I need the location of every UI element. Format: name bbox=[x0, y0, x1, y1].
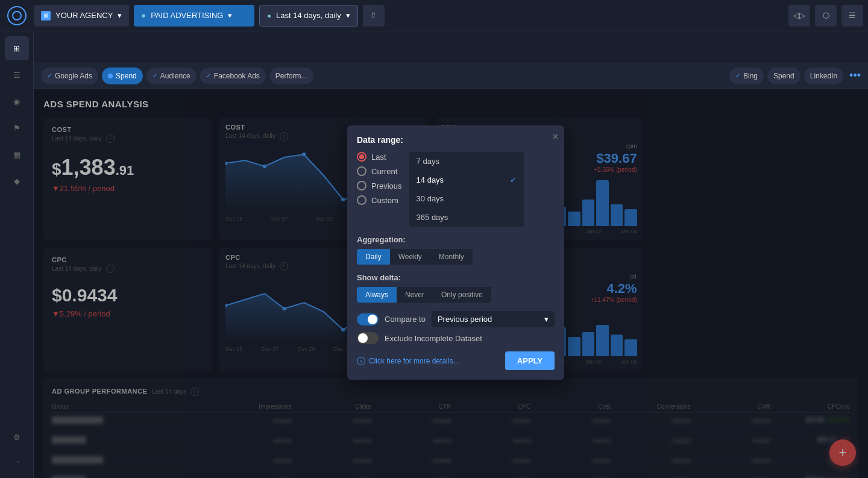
exclude-incomplete-row: Exclude Incomplete Dataset bbox=[357, 332, 555, 344]
agency-selector[interactable]: 🏛 YOUR AGENCY ▾ bbox=[34, 5, 129, 27]
tab-label: Audience bbox=[160, 72, 190, 80]
radio-current[interactable] bbox=[357, 166, 366, 176]
delta-always[interactable]: Always bbox=[357, 287, 397, 303]
range-radio-options: Last Current Previous Custom bbox=[357, 152, 402, 205]
compare-value-select[interactable]: Previous period ▾ bbox=[432, 311, 555, 327]
agg-monthly[interactable]: Monthly bbox=[430, 249, 473, 265]
sidebar-item-flags[interactable]: ⚑ bbox=[5, 116, 29, 140]
sidebar: ⊞ ☰ ◉ ⚑ ▦ ◆ ⚙ → bbox=[0, 31, 34, 478]
range-14days[interactable]: 14 days ✓ bbox=[409, 171, 524, 189]
tab-bar: ✓ Google Ads Spend ✓ Audience ✓ Facebook… bbox=[34, 63, 868, 89]
paid-advertising-selector[interactable]: ● PAID ADVERTISING ▾ bbox=[134, 5, 254, 27]
sidebar-item-widgets[interactable]: ◆ bbox=[5, 169, 29, 193]
topbar: 🏛 YOUR AGENCY ▾ ● PAID ADVERTISING ▾ ● L… bbox=[0, 0, 868, 31]
grid-icon: ▦ bbox=[13, 150, 20, 159]
data-range-panel: × Data range: Last Current bbox=[347, 125, 564, 380]
agency-icon: 🏛 bbox=[41, 11, 51, 20]
show-delta-section: Show delta: Always Never Only positive bbox=[357, 273, 555, 303]
sidebar-item-settings[interactable]: ⚙ bbox=[5, 425, 29, 449]
info-icon: i bbox=[357, 357, 365, 365]
compare-to-row: Compare to Previous period ▾ bbox=[357, 311, 555, 327]
radio-label-custom: Custom bbox=[371, 196, 398, 205]
check-icon: ✓ bbox=[735, 72, 740, 79]
radio-previous[interactable] bbox=[357, 181, 366, 190]
tab-audience[interactable]: ✓ Audience bbox=[146, 68, 197, 84]
date-range-label: Last 14 days, daily bbox=[276, 11, 341, 20]
logo-button[interactable] bbox=[5, 4, 29, 28]
chevron-down-icon: ▾ bbox=[118, 11, 122, 20]
radio-custom[interactable] bbox=[357, 195, 366, 205]
analytics-icon: ◉ bbox=[13, 97, 20, 106]
show-delta-options: Always Never Only positive bbox=[357, 287, 555, 303]
sidebar-bottom: ⚙ → bbox=[5, 425, 29, 473]
compare-toggle[interactable] bbox=[357, 313, 379, 325]
reports-icon: ☰ bbox=[13, 71, 20, 80]
widgets-icon: ◆ bbox=[14, 177, 20, 186]
details-link[interactable]: i Click here for more details... bbox=[357, 357, 459, 365]
range-7days[interactable]: 7 days bbox=[409, 152, 524, 171]
tab-label: Spend bbox=[773, 72, 794, 80]
sidebar-item-dashboard[interactable]: ⊞ bbox=[5, 36, 29, 60]
range-option-last[interactable]: Last bbox=[357, 152, 402, 162]
agg-weekly[interactable]: Weekly bbox=[390, 249, 430, 265]
show-delta-label: Show delta: bbox=[357, 273, 555, 282]
check-icon: ✓ bbox=[206, 72, 211, 79]
tab-facebook-ads[interactable]: ✓ Facebook Ads bbox=[200, 68, 266, 84]
tab-bing[interactable]: ✓ Bing bbox=[729, 68, 764, 84]
action-button-3[interactable]: ☰ bbox=[841, 5, 863, 27]
tab-label: Facebook Ads bbox=[214, 72, 260, 80]
range-option-custom[interactable]: Custom bbox=[357, 195, 402, 205]
tab-spend[interactable]: Spend bbox=[102, 68, 143, 84]
tab-linkedin[interactable]: LinkedIn bbox=[804, 68, 843, 84]
range-selection: Last Current Previous Custom bbox=[357, 152, 555, 227]
panel-bottom: i Click here for more details... APPLY bbox=[357, 351, 555, 370]
date-range-selector[interactable]: ● Last 14 days, daily ▾ bbox=[259, 5, 357, 27]
action-button-2[interactable]: ⬡ bbox=[815, 5, 837, 27]
delta-never[interactable]: Never bbox=[397, 287, 433, 303]
share-button[interactable]: ⇧ bbox=[363, 5, 385, 27]
range-30days[interactable]: 30 days bbox=[409, 189, 524, 208]
topbar-actions: ◁▷ ⬡ ☰ bbox=[788, 5, 863, 27]
tab-perform[interactable]: Perform... bbox=[269, 68, 313, 84]
action-button-1[interactable]: ◁▷ bbox=[788, 5, 810, 27]
sidebar-item-reports[interactable]: ☰ bbox=[5, 63, 29, 87]
tab-label: Bing bbox=[743, 72, 758, 80]
check-icon: ✓ bbox=[153, 72, 157, 79]
panel-title: Data range: bbox=[357, 135, 555, 145]
radio-label-last: Last bbox=[371, 153, 386, 162]
range-option-current[interactable]: Current bbox=[357, 166, 402, 176]
aggregation-options: Daily Weekly Monthly bbox=[357, 249, 555, 265]
main-area: ✓ Google Ads Spend ✓ Audience ✓ Facebook… bbox=[34, 63, 868, 478]
tab-spend-2[interactable]: Spend bbox=[767, 68, 800, 84]
chevron-down-icon: ▾ bbox=[544, 315, 549, 324]
agg-daily[interactable]: Daily bbox=[357, 249, 390, 265]
range-365days[interactable]: 365 days bbox=[409, 208, 524, 227]
logo-icon bbox=[7, 6, 27, 25]
tab-label: Perform... bbox=[275, 72, 307, 80]
sidebar-item-analytics[interactable]: ◉ bbox=[5, 89, 29, 113]
delta-only-positive[interactable]: Only positive bbox=[433, 287, 491, 303]
close-button[interactable]: × bbox=[553, 131, 558, 142]
content-area: ADS SPEND ANALYSIS COST Last 14 days, da… bbox=[34, 89, 868, 478]
tab-more[interactable]: ••• bbox=[849, 69, 861, 82]
settings-icon: ⚙ bbox=[13, 433, 20, 442]
sidebar-item-expand[interactable]: → bbox=[5, 449, 29, 473]
sidebar-item-grid[interactable]: ▦ bbox=[5, 142, 29, 166]
apply-button[interactable]: APPLY bbox=[505, 351, 555, 370]
compare-label: Compare to bbox=[385, 315, 426, 324]
chevron-down-icon: ▾ bbox=[346, 11, 350, 20]
expand-icon: → bbox=[13, 457, 20, 466]
radio-last[interactable] bbox=[357, 152, 366, 162]
agency-label: YOUR AGENCY bbox=[55, 11, 113, 20]
checkmark-icon: ✓ bbox=[510, 175, 517, 184]
tab-google-ads[interactable]: ✓ Google Ads bbox=[41, 68, 98, 84]
tab-label: Google Ads bbox=[55, 72, 92, 80]
radio-label-previous: Previous bbox=[371, 181, 402, 190]
share-icon: ⇧ bbox=[370, 11, 377, 20]
chevron-down-icon: ▾ bbox=[228, 11, 232, 20]
aggregation-section: Aggregation: Daily Weekly Monthly bbox=[357, 235, 555, 265]
check-icon: ✓ bbox=[47, 72, 52, 79]
exclude-toggle[interactable] bbox=[357, 332, 379, 344]
tab-label: Spend bbox=[116, 72, 137, 80]
range-option-previous[interactable]: Previous bbox=[357, 181, 402, 190]
